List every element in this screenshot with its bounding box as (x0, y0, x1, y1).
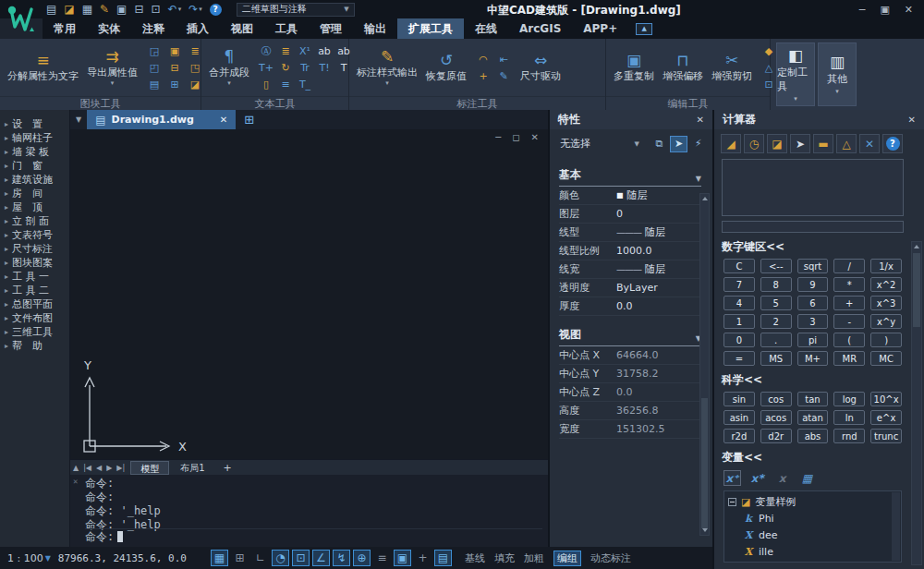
sidebar-item[interactable]: 立 剖 面 (0, 214, 69, 228)
variables-tree[interactable]: ◪ 变量样例 k Phi X dee X ille (723, 490, 902, 563)
calculator-key[interactable]: trunc (870, 429, 902, 443)
calculator-tool-button[interactable]: ◢ (721, 134, 741, 153)
ribbon-button[interactable]: ≡ 分解属性为文字 (5, 47, 81, 88)
tool-icon[interactable]: Ⓐ (259, 44, 274, 58)
quick-access-button[interactable]: ↷▾ (188, 3, 202, 16)
variable-tool-button[interactable]: x* (748, 470, 766, 486)
calculator-tool-button[interactable]: ? (882, 134, 903, 153)
tool-icon[interactable]: ▤ (147, 78, 162, 91)
quick-access-button[interactable]: ▣▾ (116, 3, 127, 16)
calculator-key[interactable]: cos (760, 392, 792, 406)
calculator-key[interactable]: 10^x (870, 392, 902, 406)
property-row[interactable]: 线宽 ———随层 (559, 260, 701, 279)
quick-access-button[interactable]: ▤▾ (46, 3, 56, 16)
menu-tab[interactable]: APP+ (572, 18, 628, 39)
property-row[interactable]: 中心点 Z 0.0 (559, 383, 701, 402)
tool-icon[interactable]: ⊞ (167, 78, 182, 91)
tool-icon[interactable]: Tr (298, 61, 312, 75)
tool-icon[interactable]: T+ (259, 61, 274, 75)
property-row[interactable]: 高度 36256.8 (559, 402, 701, 420)
quick-access-button[interactable]: ✎▾ (100, 3, 109, 16)
tool-icon[interactable]: ◲ (147, 44, 162, 58)
status-toggle-button[interactable]: ◔ (272, 550, 289, 566)
tree-folder-row[interactable]: ◪ 变量样例 (728, 493, 897, 510)
ribbon-button[interactable]: ▣ 多重复制 (611, 51, 657, 84)
doc-window-control[interactable]: ✕ (531, 132, 539, 142)
sidebar-item[interactable]: 工 具 二 (0, 284, 69, 297)
command-prompt[interactable]: 命令: (85, 528, 542, 544)
quick-access-button[interactable]: ▦▾ (82, 3, 92, 16)
ribbon-button[interactable]: ⇔ 尺寸驱动 (517, 51, 564, 84)
calculator-key[interactable]: ln (833, 410, 865, 425)
doc-window-control[interactable]: ◻ (512, 132, 519, 142)
ribbon-button[interactable]: ⇉ 导出属性值 (84, 47, 140, 88)
ribbon-button[interactable]: ↺ 恢复原值 (423, 47, 469, 88)
status-toggle-button[interactable]: ▣ (394, 550, 411, 566)
menu-tab[interactable]: 在线 (464, 18, 508, 39)
sidebar-item[interactable]: 尺寸标注 (0, 242, 69, 256)
ribbon-button[interactable]: ¶ 合并成段 (206, 47, 252, 88)
menu-tab[interactable]: 输出 (353, 18, 397, 39)
sidebar-item[interactable]: 设 置 (0, 117, 69, 131)
scrollbar-thumb[interactable] (701, 398, 708, 527)
menu-tab[interactable]: 插入 (176, 18, 220, 39)
properties-tool-button[interactable]: ⚡ (689, 136, 707, 152)
calculator-key[interactable]: / (833, 259, 865, 273)
calculator-tool-button[interactable]: ◪ (767, 134, 787, 153)
property-row[interactable]: 透明度 ByLayer (559, 279, 701, 297)
quick-access-button[interactable]: ◪▾ (64, 3, 74, 16)
calculator-key[interactable]: = (723, 351, 755, 366)
tool-icon[interactable]: T_ (298, 78, 312, 91)
property-value[interactable]: 1000.0 (616, 245, 701, 257)
calculator-key[interactable]: 0 (723, 333, 755, 347)
calculator-key[interactable]: ( (833, 333, 865, 347)
quick-access-button[interactable]: ⊡▾ (152, 3, 161, 16)
sidebar-item[interactable]: 工 具 一 (0, 270, 69, 284)
calculator-key[interactable]: 9 (797, 277, 829, 292)
menu-tab[interactable]: 工具 (264, 18, 309, 39)
sidebar-item[interactable]: 房 间 (0, 187, 69, 200)
property-row[interactable]: 厚度 0.0 (559, 297, 701, 316)
command-close-icon[interactable]: ✕ (73, 477, 78, 486)
tool-icon[interactable]: ≣ (278, 44, 293, 58)
status-toggle-button[interactable]: + (414, 550, 432, 566)
calculator-key[interactable]: tan (797, 392, 829, 406)
tool-icon[interactable]: ◠ (476, 53, 491, 67)
collapse-icon[interactable] (728, 498, 736, 506)
property-row[interactable]: 图层 0 (559, 205, 701, 224)
properties-close-icon[interactable]: ✕ (697, 115, 704, 125)
selection-dropdown[interactable]: 无选择 ▼ (557, 135, 648, 152)
sidebar-item[interactable]: 墙 梁 板 (0, 145, 69, 159)
ribbon-tool-dropdown-button[interactable]: ◧ 定制工具 (776, 42, 815, 106)
status-toggle-button[interactable]: ⊕ (353, 550, 371, 566)
command-line-panel[interactable]: ✕ 命令:命令:命令: '_help命令: '_help 命令: (70, 475, 548, 547)
status-mode-toggle[interactable]: 填充 (494, 551, 515, 565)
calculator-key[interactable]: rnd (833, 429, 865, 443)
calculator-key[interactable]: 3 (797, 314, 829, 329)
ribbon-tool-dropdown-button[interactable]: ▥ 其他 (818, 42, 857, 106)
property-value[interactable]: ByLayer (616, 282, 701, 294)
calculator-tool-button[interactable]: △ (836, 134, 857, 153)
calculator-key[interactable]: + (833, 296, 865, 310)
property-value[interactable]: 0.0 (616, 300, 701, 312)
sidebar-item[interactable]: 三维工具 (0, 325, 69, 339)
scroll-down-icon[interactable] (702, 528, 708, 532)
calculator-key[interactable]: d2r (760, 429, 792, 443)
layout-tab[interactable]: 模型 (130, 461, 169, 475)
calculator-key[interactable]: MC (870, 351, 902, 366)
sidebar-item[interactable]: 建筑设施 (0, 173, 69, 187)
menu-tab[interactable]: 管理 (309, 18, 353, 39)
add-layout-button[interactable]: + (218, 462, 237, 474)
property-row[interactable]: 中心点 Y 31758.2 (559, 365, 701, 383)
sidebar-item[interactable]: 图块图案 (0, 256, 69, 270)
menu-tab[interactable]: 视图 (220, 18, 264, 39)
layout-tab[interactable]: 布局1 (171, 461, 213, 475)
calculator-key[interactable]: 2 (760, 314, 792, 329)
ribbon-button[interactable]: ✎ 标注样式输出 (354, 47, 420, 88)
variables-section-label[interactable]: 变量<< (714, 443, 924, 468)
quick-access-button[interactable]: ⊟▾ (134, 3, 143, 16)
calculator-key[interactable]: MS (760, 351, 792, 366)
section-header[interactable]: 视图 ▼ (559, 327, 701, 346)
scrollbar-thumb[interactable] (913, 253, 920, 327)
calculator-key[interactable]: x^2 (870, 277, 902, 292)
